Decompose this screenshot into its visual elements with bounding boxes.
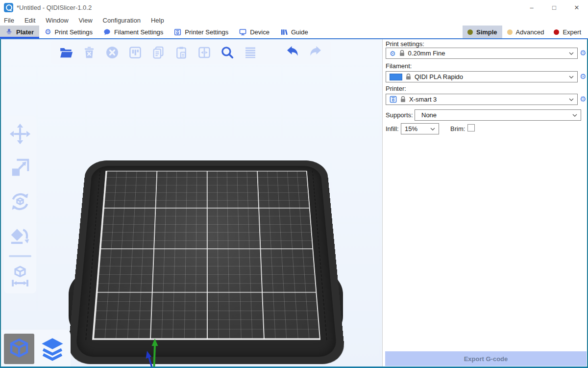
brim-checkbox[interactable] [467, 124, 475, 131]
printer-combo[interactable]: X-smart 3 [386, 94, 578, 105]
brim-label: Brim: [450, 125, 465, 132]
copy-icon [151, 45, 166, 60]
sidebar-panel: Print settings: ⚙ 0.20mm Fine ⚙ Filament… [382, 39, 588, 368]
scale-icon [9, 157, 31, 179]
window-title: *Untitled - QIDISlicer-1.0.2 [17, 4, 92, 11]
minimize-button[interactable]: – [520, 0, 543, 15]
move-icon [9, 123, 31, 145]
device-monitor-icon [239, 28, 246, 36]
infill-combo[interactable]: 15% [401, 123, 439, 134]
copy-button[interactable] [150, 44, 167, 61]
menu-help[interactable]: Help [151, 17, 164, 24]
lock-icon [406, 74, 411, 80]
delete-all-button[interactable] [104, 44, 121, 61]
tab-label: Filament Settings [114, 28, 163, 36]
place-on-face-button[interactable] [9, 224, 31, 247]
edit-filament-button[interactable]: ⚙ [579, 72, 588, 81]
undo-button[interactable] [284, 44, 301, 61]
menu-file[interactable]: File [4, 17, 14, 24]
mode-switcher: Simple Advanced Expert [463, 26, 586, 38]
gizmo-toolbar [4, 116, 36, 293]
3d-viewport[interactable] [0, 39, 382, 368]
3d-editor-view-button[interactable] [4, 334, 34, 364]
menu-configuration[interactable]: Configuration [103, 17, 141, 24]
undo-icon [285, 45, 300, 60]
export-gcode-button[interactable]: Export G-code [385, 351, 587, 366]
view-toggle-panel [1, 330, 71, 368]
tab-label: Printer Settings [185, 28, 228, 36]
paste-clipboard-icon [174, 45, 189, 60]
filament-label: Filament: [386, 62, 412, 70]
chevron-down-icon [430, 128, 435, 131]
scale-button[interactable] [9, 157, 31, 179]
print-settings-value: 0.20mm Fine [408, 50, 445, 57]
menu-edit[interactable]: Edit [24, 17, 35, 24]
preview-layers-view-button[interactable] [38, 334, 68, 364]
tab-print-settings[interactable]: ⚙ Print Settings [39, 26, 98, 38]
toolbar-separator [9, 255, 31, 257]
variable-layer-height-button[interactable] [242, 44, 259, 61]
filament-icon [103, 28, 111, 36]
paste-button[interactable] [173, 44, 190, 61]
infill-value: 15% [405, 125, 417, 132]
guide-books-icon [280, 28, 288, 36]
maximize-button[interactable]: □ [543, 0, 565, 15]
mode-label: Advanced [516, 28, 544, 36]
gear-icon: ⚙ [45, 28, 51, 36]
rotate-icon [9, 190, 31, 213]
chevron-down-icon [572, 114, 577, 117]
arrange-icon [128, 45, 143, 60]
tab-bar: Plater ⚙ Print Settings Filament Setting… [0, 26, 588, 39]
place-on-face-icon [9, 224, 31, 247]
mode-expert[interactable]: Expert [549, 26, 586, 38]
tab-printer-settings[interactable]: Printer Settings [169, 26, 234, 38]
edit-printer-button[interactable]: ⚙ [579, 95, 588, 104]
menu-window[interactable]: Window [46, 17, 68, 24]
open-folder-icon [59, 45, 74, 60]
redo-button[interactable] [307, 44, 324, 61]
mode-simple[interactable]: Simple [463, 26, 502, 38]
mode-label: Simple [476, 28, 497, 36]
tab-label: Plater [16, 28, 34, 36]
tab-label: Print Settings [55, 28, 93, 36]
menu-view[interactable]: View [79, 17, 93, 24]
plater-icon [5, 28, 13, 36]
supports-combo[interactable]: None [415, 109, 581, 121]
close-button[interactable]: ✕ [565, 0, 588, 15]
print-settings-combo[interactable]: ⚙ 0.20mm Fine [386, 48, 578, 59]
delete-trash-icon [82, 45, 97, 60]
tab-plater[interactable]: Plater [0, 26, 39, 38]
scale-to-fit-icon [9, 265, 31, 288]
app-logo-icon [4, 3, 13, 12]
supports-value: None [421, 111, 437, 119]
plater-toolbar [51, 41, 331, 64]
mode-advanced[interactable]: Advanced [502, 26, 549, 38]
search-icon [220, 45, 235, 60]
infill-label: Infill: [386, 125, 399, 132]
print-settings-label: Print settings: [386, 40, 424, 48]
expert-mode-dot-icon [554, 29, 559, 35]
split-icon [197, 45, 212, 60]
open-button[interactable] [58, 44, 74, 61]
chevron-down-icon [569, 76, 574, 79]
simple-mode-dot-icon [467, 29, 473, 35]
filament-value: QIDI PLA Rapido [415, 73, 463, 80]
tab-guide[interactable]: Guide [275, 26, 314, 38]
search-button[interactable] [219, 44, 236, 61]
tab-device[interactable]: Device [234, 26, 275, 38]
bed-top [67, 160, 346, 364]
edit-print-settings-button[interactable]: ⚙ [579, 49, 588, 57]
bed-grid-surface [92, 171, 320, 340]
gear-icon: ⚙ [390, 50, 396, 57]
axes-indicator [144, 299, 193, 368]
move-button[interactable] [9, 123, 31, 145]
title-bar: *Untitled - QIDISlicer-1.0.2 – □ ✕ [0, 0, 588, 15]
delete-button[interactable] [81, 44, 98, 61]
filament-combo[interactable]: QIDI PLA Rapido [386, 71, 578, 82]
scale-to-fit-button[interactable] [9, 265, 31, 288]
split-button[interactable] [196, 44, 213, 61]
rotate-button[interactable] [9, 190, 31, 213]
tab-filament-settings[interactable]: Filament Settings [98, 26, 169, 38]
filament-color-swatch [390, 74, 402, 80]
arrange-button[interactable] [127, 44, 144, 61]
